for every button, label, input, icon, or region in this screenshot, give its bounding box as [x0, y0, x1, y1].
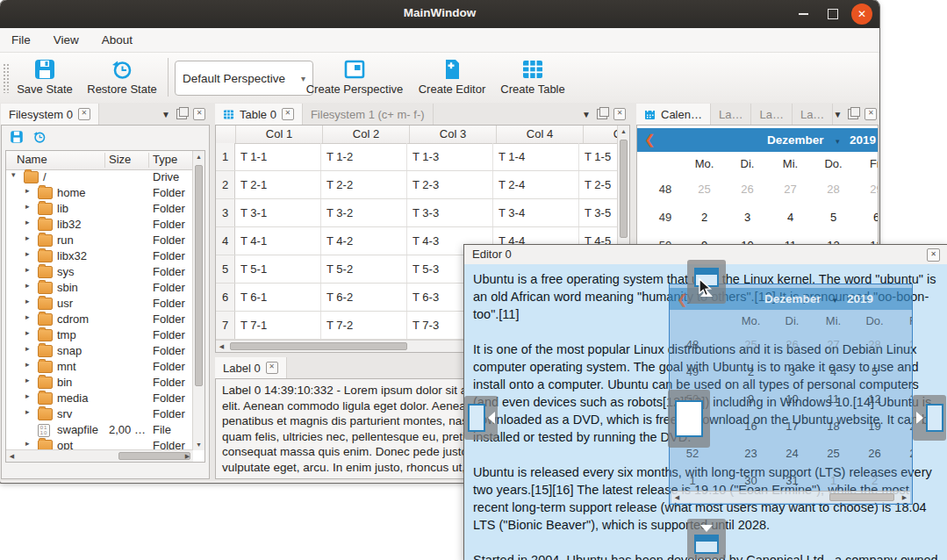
scroll-thumb[interactable] — [230, 342, 407, 350]
tree-horizontal-scrollbar[interactable]: ◀ ▶ — [6, 449, 193, 462]
restore-state-button[interactable]: Restore State — [81, 58, 163, 96]
tree-collapsed-icon[interactable]: ▸ — [25, 233, 30, 242]
calendar-day-cell[interactable]: 26 — [854, 447, 895, 460]
calendar-day-cell[interactable]: 3 — [771, 365, 813, 378]
tree-vertical-scrollbar[interactable]: ▲ ▼ — [192, 151, 204, 450]
table-cell[interactable]: T 1-1 — [235, 143, 321, 170]
table-cell[interactable]: T 4-2 — [321, 227, 407, 255]
calendar-day-cell[interactable]: 3 — [895, 474, 913, 487]
calendar-day-cell[interactable]: 10 — [771, 392, 813, 406]
calendar-day-cell[interactable]: 1 — [813, 474, 854, 487]
table-cell[interactable]: T 1-5 — [579, 143, 618, 170]
tree-row[interactable]: ▸sbinFolder — [6, 280, 193, 296]
table-cell[interactable]: T 2-3 — [407, 171, 493, 198]
tree-row[interactable]: ▸lib32Folder — [6, 217, 193, 233]
scroll-thumb[interactable] — [195, 165, 203, 386]
calendar-day-cell[interactable]: 25 — [730, 338, 771, 351]
table-row-number[interactable]: 3 — [216, 199, 235, 226]
calendar-day-cell[interactable]: 5 — [854, 365, 895, 378]
tree-collapsed-icon[interactable]: ▸ — [25, 344, 30, 353]
panel-close-icon[interactable]: ✕ — [193, 108, 205, 120]
table-column-header[interactable]: Col 4 — [497, 126, 584, 143]
restore-icon[interactable] — [32, 130, 47, 144]
calendar-day-cell[interactable]: 27 — [769, 183, 812, 196]
save-state-button[interactable]: Save State — [12, 58, 77, 96]
tree-row[interactable]: ▸runFolder — [6, 233, 193, 248]
menu-view[interactable]: View — [42, 28, 90, 52]
scroll-up-icon[interactable]: ▲ — [618, 126, 629, 137]
table-cell[interactable]: T 7-2 — [321, 312, 407, 339]
calendar-day-cell[interactable]: 24 — [771, 447, 813, 460]
table-cell[interactable]: T 2-2 — [321, 171, 407, 198]
calendar-prev-icon[interactable]: ❮ — [644, 132, 656, 147]
create-perspective-button[interactable]: Create Perspective — [303, 58, 406, 96]
calendar-day-cell[interactable]: 20 — [895, 420, 913, 433]
tree-collapsed-icon[interactable]: ▸ — [25, 391, 30, 400]
tab-label-3[interactable]: La… — [793, 104, 833, 125]
panel-close-icon[interactable]: ✕ — [864, 108, 877, 120]
tree-header-name[interactable]: Name — [17, 153, 47, 166]
tree-collapsed-icon[interactable]: ▸ — [25, 249, 30, 258]
tree-collapsed-icon[interactable]: ▸ — [25, 439, 30, 448]
drop-indicator-center[interactable] — [668, 390, 710, 448]
save-icon[interactable] — [10, 130, 24, 144]
tree-row[interactable]: ▸homeFolder — [6, 185, 193, 201]
calendar-day-cell[interactable]: 26 — [726, 183, 769, 196]
tab-label-0[interactable]: Label 0 ✕ — [215, 357, 287, 378]
tree-collapsed-icon[interactable]: ▸ — [25, 312, 30, 321]
drop-indicator-bottom[interactable] — [687, 519, 726, 559]
menu-file[interactable]: File — [0, 28, 42, 52]
tree-collapsed-icon[interactable]: ▸ — [25, 407, 30, 416]
tab-table-0[interactable]: Table 0 ✕ — [215, 104, 303, 125]
panel-float-icon[interactable] — [176, 109, 187, 119]
table-cell[interactable]: T 6-1 — [235, 284, 321, 311]
calendar-day-cell[interactable]: 30 — [730, 474, 771, 487]
tree-collapsed-icon[interactable]: ▸ — [25, 202, 30, 211]
calendar-day-cell[interactable]: 5 — [812, 211, 855, 224]
toolbar-drag-handle[interactable] — [3, 63, 9, 93]
create-table-button[interactable]: Create Table — [494, 58, 571, 96]
tab-close-icon[interactable]: ✕ — [78, 108, 90, 120]
calendar-day-cell[interactable]: 25 — [813, 447, 854, 460]
tree-header-type[interactable]: Type — [153, 153, 177, 166]
calendar-day-cell[interactable]: 4 — [813, 365, 854, 378]
calendar-day-cell[interactable]: 25 — [683, 183, 726, 196]
tree-row[interactable]: ▸binFolder — [6, 375, 193, 391]
tab-label-2[interactable]: La… — [751, 104, 792, 125]
scroll-down-icon[interactable]: ▼ — [193, 439, 204, 450]
calendar-day-cell[interactable]: 16 — [730, 420, 771, 433]
column-separator[interactable] — [148, 153, 149, 168]
calendar-day-cell[interactable]: 27 — [813, 338, 854, 351]
scroll-up-icon[interactable]: ▲ — [193, 151, 204, 162]
scroll-left-icon[interactable]: ◀ — [216, 341, 227, 352]
calendar-day-cell[interactable]: 23 — [730, 447, 771, 460]
tab-calendar[interactable]: Calen… — [636, 104, 711, 125]
maximize-button[interactable] — [823, 4, 843, 24]
table-column-header[interactable]: Col 3 — [410, 126, 497, 143]
table-cell[interactable]: T 5-1 — [235, 255, 321, 283]
tab-label-1[interactable]: La… — [711, 104, 751, 125]
table-column-header[interactable]: Col 2 — [323, 126, 410, 143]
panel-float-icon[interactable] — [848, 109, 858, 119]
drop-indicator-right[interactable] — [913, 395, 946, 441]
tab-close-icon[interactable]: ✕ — [266, 362, 278, 374]
tree-collapsed-icon[interactable]: ▸ — [25, 265, 30, 274]
calendar-day-cell[interactable]: 19 — [854, 420, 895, 433]
table-cell[interactable]: T 1-2 — [321, 143, 407, 170]
tree-header[interactable]: Name Size Type — [6, 151, 193, 170]
panel-menu-icon[interactable]: ▼ — [582, 110, 591, 119]
tree-row[interactable]: ▸usrFolder — [6, 296, 193, 312]
table-row-number[interactable]: 7 — [216, 312, 235, 339]
table-cell[interactable]: T 2-1 — [235, 171, 321, 198]
calendar-day-cell[interactable]: 6 — [895, 365, 913, 378]
calendar-day-cell[interactable]: 29 — [895, 338, 913, 351]
close-button[interactable]: ✕ — [851, 4, 872, 25]
editor-close-icon[interactable]: ✕ — [927, 248, 940, 262]
calendar-day-cell[interactable]: 26 — [771, 338, 813, 351]
tree-header-size[interactable]: Size — [109, 153, 131, 166]
table-cell[interactable]: T 1-4 — [493, 143, 579, 170]
tree-collapsed-icon[interactable]: ▸ — [25, 218, 30, 226]
calendar-day-cell[interactable]: 17 — [771, 420, 813, 433]
calendar-day-cell[interactable]: 27 — [895, 447, 913, 460]
table-row-number[interactable]: 2 — [216, 171, 235, 198]
